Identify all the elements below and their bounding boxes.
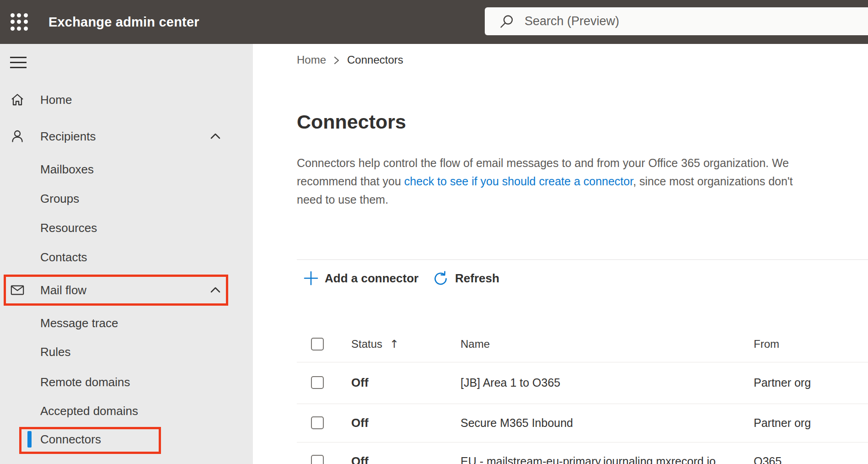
sidebar-item-label: Connectors — [40, 432, 101, 447]
table-row[interactable]: Off [JB] Area 1 to O365 Partner org — [253, 362, 868, 404]
toolbar-divider — [297, 259, 868, 260]
page-title: Connectors — [297, 111, 406, 133]
sort-ascending-icon: ↑ — [390, 338, 399, 351]
sidebar-item-label: Mail flow — [40, 283, 86, 297]
breadcrumb: Home Connectors — [297, 52, 403, 68]
refresh-button[interactable]: Refresh — [432, 266, 499, 290]
select-all-checkbox[interactable] — [311, 338, 324, 351]
table-row[interactable]: Off EU - mailstream-eu-primary.journalin… — [253, 442, 868, 464]
sidebar-item-contacts[interactable]: Contacts — [0, 243, 253, 272]
description-line: Connectors help control the flow of emai… — [297, 154, 793, 172]
sidebar-item-label: Recipients — [40, 129, 96, 144]
row-checkbox[interactable] — [311, 416, 324, 429]
sidebar-item-groups[interactable]: Groups — [0, 184, 253, 213]
sidebar-nav: Home Recipients Mailboxes Groups Resourc… — [0, 44, 253, 464]
sidebar-item-label: Resources — [40, 221, 97, 235]
sidebar-item-label: Home — [40, 93, 72, 107]
selected-item-indicator — [27, 431, 32, 448]
sidebar-item-mail-flow[interactable]: Mail flow — [0, 275, 253, 305]
column-header-from[interactable]: From — [754, 338, 779, 351]
sidebar-item-label: Message trace — [40, 316, 118, 330]
search-box[interactable] — [485, 7, 868, 35]
plus-icon — [303, 270, 319, 286]
sidebar-item-resources[interactable]: Resources — [0, 213, 253, 243]
cell-from: Partner org — [754, 376, 811, 389]
cell-name[interactable]: Secure M365 Inbound — [461, 416, 573, 430]
sidebar-item-recipients[interactable]: Recipients — [0, 122, 253, 151]
sidebar-item-message-trace[interactable]: Message trace — [0, 308, 253, 338]
table-header-row: Status↑ Name From — [253, 326, 868, 362]
main-content: Home Connectors Connectors Connectors he… — [253, 44, 868, 464]
sidebar-item-label: Mailboxes — [40, 162, 94, 177]
description-line: recommend that you check to see if you s… — [297, 172, 793, 190]
column-header-status[interactable]: Status↑ — [351, 338, 399, 351]
breadcrumb-home-link[interactable]: Home — [297, 54, 326, 66]
refresh-icon — [432, 270, 449, 287]
sidebar-item-rules[interactable]: Rules — [0, 337, 253, 367]
sidebar-item-home[interactable]: Home — [0, 85, 253, 114]
create-connector-check-link[interactable]: check to see if you should create a conn… — [404, 175, 633, 188]
sidebar-item-label: Groups — [40, 192, 79, 206]
page-description: Connectors help control the flow of emai… — [297, 154, 793, 209]
row-checkbox[interactable] — [311, 376, 324, 389]
sidebar-item-label: Rules — [40, 345, 70, 359]
search-icon — [499, 14, 514, 29]
breadcrumb-current: Connectors — [347, 54, 403, 66]
sidebar-item-label: Contacts — [40, 250, 87, 264]
cell-name[interactable]: EU - mailstream-eu-primary.journaling.mx… — [461, 455, 716, 464]
app-title: Exchange admin center — [48, 0, 199, 44]
person-icon — [10, 129, 25, 144]
sidebar-item-remote-domains[interactable]: Remote domains — [0, 367, 253, 397]
envelope-icon — [10, 284, 25, 297]
refresh-label: Refresh — [455, 271, 499, 286]
app-launcher-waffle-icon[interactable] — [9, 12, 29, 32]
cell-status: Off — [351, 416, 369, 430]
home-icon — [10, 92, 25, 107]
description-text: recommend that you — [297, 175, 404, 188]
cell-from: Partner org — [754, 416, 811, 430]
cell-status: Off — [351, 376, 369, 390]
description-line: need to use them. — [297, 190, 793, 209]
cell-status: Off — [351, 454, 369, 464]
row-checkbox[interactable] — [311, 455, 324, 464]
sidebar-item-label: Accepted domains — [40, 404, 138, 418]
hamburger-menu-icon[interactable] — [10, 57, 27, 69]
add-connector-label: Add a connector — [325, 271, 418, 286]
column-header-name[interactable]: Name — [461, 338, 490, 351]
sidebar-item-label: Remote domains — [40, 375, 130, 389]
sidebar-item-connectors[interactable]: Connectors — [0, 425, 253, 454]
search-input[interactable] — [514, 7, 868, 35]
top-app-bar: Exchange admin center — [0, 0, 868, 44]
sidebar-item-accepted-domains[interactable]: Accepted domains — [0, 396, 253, 426]
chevron-right-icon — [333, 55, 340, 65]
description-text: , since most organizations don't — [633, 175, 793, 188]
toolbar: Add a connector Refresh — [253, 266, 868, 290]
cell-name[interactable]: [JB] Area 1 to O365 — [461, 376, 560, 389]
chevron-up-icon[interactable] — [209, 132, 221, 140]
chevron-up-icon[interactable] — [209, 286, 221, 294]
cell-from: O365 — [754, 455, 782, 464]
add-connector-button[interactable]: Add a connector — [303, 266, 418, 290]
table-row[interactable]: Off Secure M365 Inbound Partner org — [253, 404, 868, 442]
sidebar-item-mailboxes[interactable]: Mailboxes — [0, 155, 253, 184]
